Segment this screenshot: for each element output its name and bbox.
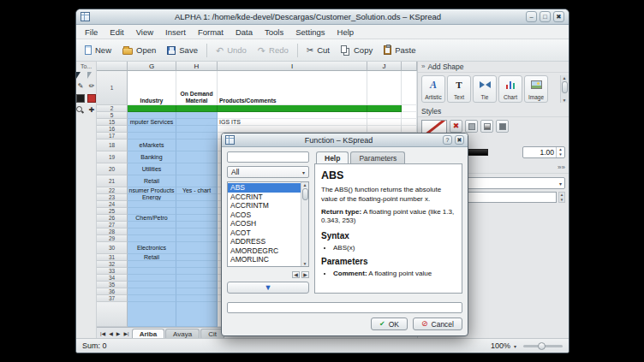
scroll-down-icon[interactable]: ▼ — [563, 98, 567, 103]
column-header-g[interactable]: G — [128, 62, 176, 71]
cell-H35[interactable] — [176, 282, 218, 288]
function-item-abs[interactable]: ABS — [228, 183, 301, 193]
cell-G26[interactable]: Chem/Petro — [128, 215, 176, 222]
sheet-tab-ariba[interactable]: Ariba — [132, 329, 164, 338]
cell-H28[interactable] — [176, 228, 218, 235]
cell-J16[interactable] — [367, 126, 402, 133]
function-item-accrintm[interactable]: ACCRINTM — [228, 201, 301, 211]
cell-G16[interactable] — [128, 126, 176, 133]
row-header-1[interactable]: 1 — [97, 71, 128, 105]
cell-G24[interactable] — [128, 201, 176, 208]
cell-G27[interactable] — [128, 222, 176, 228]
row-header-21[interactable]: 21 — [97, 175, 128, 187]
cell-H22[interactable]: Yes - chart — [176, 187, 218, 194]
cell-I16[interactable] — [218, 126, 367, 133]
cell-H36[interactable] — [176, 288, 218, 295]
row-header-29[interactable]: 29 — [97, 235, 128, 242]
black-color-swatch-icon[interactable] — [76, 94, 85, 103]
line-width-spinner[interactable]: 1.00 ▲ ▼ — [522, 146, 565, 158]
menu-edit[interactable]: Edit — [104, 27, 128, 38]
ok-button[interactable]: ✔ OK — [371, 317, 408, 330]
sheet-nav-last-icon[interactable]: ▶| — [122, 331, 130, 338]
dialog-titlebar[interactable]: Function – KSpread ?✖ — [222, 134, 468, 147]
scroll-down-icon[interactable]: ▼ — [559, 198, 564, 202]
row-header-19[interactable]: 19 — [97, 151, 128, 163]
formula-scrollbar[interactable]: ▲ ▼ — [558, 192, 565, 203]
scroll-left-icon[interactable]: ◀ — [292, 271, 300, 278]
cell-H20[interactable] — [176, 163, 218, 175]
sheet-nav-first-icon[interactable]: |◀ — [98, 331, 107, 338]
cell-I5[interactable] — [218, 112, 367, 119]
cell-H31[interactable] — [176, 254, 218, 261]
row-header-15[interactable]: 15 — [97, 119, 128, 126]
cell-G32[interactable] — [128, 261, 176, 268]
scroll-up-icon[interactable]: ▲ — [303, 182, 307, 187]
cell-G17[interactable] — [128, 133, 176, 139]
sheet-nav-prev-icon[interactable]: ◀ — [107, 331, 115, 338]
add-shape-text-button[interactable]: TText — [447, 75, 471, 103]
function-item-acot[interactable]: ACOT — [228, 228, 301, 238]
menu-data[interactable]: Data — [230, 27, 258, 38]
cell-H26[interactable] — [176, 215, 218, 222]
menu-insert[interactable]: Insert — [160, 27, 191, 38]
cell-H34[interactable] — [176, 275, 218, 282]
cell-G22[interactable]: nsumer Products — [128, 187, 176, 194]
function-item-and[interactable]: AND — [228, 264, 301, 267]
function-item-address[interactable]: ADDRESS — [228, 237, 301, 246]
column-header-i[interactable]: I — [218, 62, 367, 71]
cell-G18[interactable]: eMarkets — [128, 139, 176, 151]
cell-H33[interactable] — [176, 268, 218, 275]
close-button[interactable]: ✖ — [553, 11, 564, 22]
row-header-34[interactable]: 34 — [97, 275, 128, 282]
row-header-18[interactable]: 18 — [97, 139, 128, 151]
function-item-amorlinc[interactable]: AMORLINC — [228, 255, 301, 264]
copy-button[interactable]: Copy — [336, 44, 378, 57]
zoom-tool-icon[interactable] — [76, 106, 85, 115]
cell-H29[interactable] — [176, 235, 218, 242]
scroll-up-icon[interactable]: ▲ — [563, 75, 567, 80]
row-header-30[interactable]: 30 — [97, 242, 128, 254]
sheet-nav-next-icon[interactable]: ▶ — [115, 331, 122, 338]
row-header-27[interactable]: 27 — [97, 222, 128, 228]
row-header-25[interactable]: 25 — [97, 208, 128, 215]
cell-H2[interactable] — [176, 105, 218, 112]
cell-G20[interactable]: Utilities — [128, 163, 176, 175]
cell-H32[interactable] — [176, 261, 218, 268]
cell-G23[interactable]: Energy — [128, 194, 176, 201]
row-header-24[interactable]: 24 — [97, 201, 128, 208]
cell-H15[interactable] — [176, 119, 218, 126]
redo-button[interactable]: ↷Redo — [253, 44, 294, 56]
cell-G29[interactable] — [128, 235, 176, 242]
cell-G33[interactable] — [128, 268, 176, 275]
cell-H25[interactable] — [176, 208, 218, 215]
cell-H37[interactable] — [176, 295, 218, 302]
scrollbar-thumb[interactable] — [562, 81, 568, 93]
dialog-close-button[interactable]: ✖ — [455, 135, 464, 145]
maximize-button[interactable]: □ — [540, 11, 551, 22]
spin-down-icon[interactable]: ▼ — [557, 152, 564, 157]
category-combo[interactable]: All ▾ — [227, 166, 309, 178]
window-titlebar[interactable]: ALPHA 1: /home/kde-devel/Descargas/Custo… — [76, 9, 569, 25]
row-header-35[interactable]: 35 — [97, 282, 128, 288]
dialog-help-button[interactable]: ? — [443, 135, 452, 145]
red-color-swatch-icon[interactable] — [87, 94, 96, 103]
select-tool-icon[interactable] — [76, 72, 80, 79]
function-item-accrint[interactable]: ACCRINT — [228, 193, 301, 202]
add-shape-scrollbar[interactable]: ▲ ▼ — [560, 75, 568, 103]
row-header-37[interactable]: 37 — [97, 295, 128, 302]
add-shape-image-button[interactable]: Image — [524, 75, 548, 103]
column-header-j[interactable]: J — [367, 62, 402, 71]
no-fill-button[interactable]: ✖ — [450, 120, 462, 133]
cell-G31[interactable]: Retail — [128, 254, 176, 261]
cell-H16[interactable] — [176, 126, 218, 133]
cell-J5[interactable] — [367, 112, 402, 119]
function-list-scrollbar[interactable]: ▲ ▼ — [301, 182, 308, 266]
row-header-22[interactable]: 22 — [97, 187, 128, 194]
function-search-input[interactable] — [227, 151, 309, 163]
menu-tools[interactable]: Tools — [259, 27, 289, 38]
add-shape-artistic-button[interactable]: AArtistic — [421, 75, 445, 103]
zoom-level[interactable]: 100% — [491, 341, 510, 350]
row-header-2[interactable]: 2 — [97, 105, 128, 112]
cell-G28[interactable] — [128, 228, 176, 235]
dropdown-arrow-icon[interactable]: ▾ — [559, 181, 562, 187]
